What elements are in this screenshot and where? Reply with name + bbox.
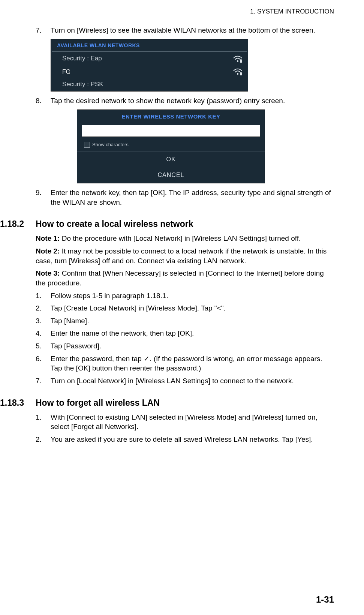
list-text: You are asked if you are sure to delete … (51, 435, 334, 444)
list-text: Turn on [Local Network] in [Wireless LAN… (51, 376, 334, 386)
list-item: 1.Follow steps 1-5 in paragraph 1.18.1. (36, 291, 334, 301)
wlan-network-label: FG (62, 68, 70, 76)
svg-rect-2 (241, 59, 242, 60)
list-text: Turn on [Wireless] to see the available … (51, 26, 334, 35)
list-text: Follow steps 1-5 in paragraph 1.18.1. (51, 291, 334, 301)
note: Note 3: Confirm that [When Necessary] is… (36, 268, 334, 288)
wlan-network-row: Security : PSK (51, 78, 248, 91)
list-item: 2.You are asked if you are sure to delet… (36, 435, 334, 444)
note-label: Note 3: (36, 269, 60, 277)
list-item: 9. Enter the network key, then tap [OK].… (36, 188, 334, 207)
section-number: 1.18.3 (0, 397, 36, 409)
note-label: Note 2: (36, 247, 60, 255)
list-text: Enter the password, then tap ✓. (If the … (51, 354, 334, 373)
list-item: 8. Tap the desired network to show the n… (36, 96, 334, 106)
list-number: 3. (36, 316, 51, 326)
wifi-lock-icon (233, 68, 243, 76)
wlan-panel-title: AVAILABLE WLAN NETWORKS (51, 39, 248, 52)
ok-button: OK (77, 151, 265, 167)
list-text: With [Connect to existing LAN] selected … (51, 412, 334, 432)
screenshot-enter-network-key: ENTER WIRELESS NETWORK KEY Show characte… (77, 110, 265, 183)
note-text: Do the procedure with [Local Network] in… (60, 234, 301, 242)
note-label: Note 1: (36, 234, 60, 242)
list-text: Enter the network key, then tap [OK]. Th… (51, 188, 334, 207)
wlan-network-row: Security : Eap (51, 52, 248, 65)
section-title: How to forget all wireless LAN (36, 397, 160, 409)
list-number: 1. (36, 291, 51, 301)
note-text: Confirm that [When Necessary] is selecte… (36, 269, 324, 287)
show-characters-checkbox (84, 142, 90, 148)
list-number: 2. (36, 303, 51, 313)
list-text: Tap [Name]. (51, 316, 334, 326)
list-item: 3.Tap [Name]. (36, 316, 334, 326)
cancel-button: CANCEL (77, 167, 265, 183)
list-item: 7.Turn on [Local Network] in [Wireless L… (36, 376, 334, 386)
list-number: 9. (36, 188, 51, 207)
section-heading: 1.18.2 How to create a local wireless ne… (0, 218, 334, 230)
list-number: 7. (36, 376, 51, 386)
show-characters-label: Show characters (92, 141, 129, 148)
dialog-title: ENTER WIRELESS NETWORK KEY (77, 110, 265, 123)
list-item: 6.Enter the password, then tap ✓. (If th… (36, 354, 334, 373)
note: Note 1: Do the procedure with [Local Net… (36, 234, 334, 243)
list-number: 1. (36, 412, 51, 432)
wlan-network-label: Security : Eap (62, 54, 102, 63)
section-heading: 1.18.3 How to forget all wireless LAN (0, 397, 334, 409)
page-header-chapter: 1. SYSTEM INTRODUCTION (36, 8, 334, 16)
show-characters-row: Show characters (77, 140, 265, 151)
list-item: 7. Turn on [Wireless] to see the availab… (36, 26, 334, 35)
list-number: 7. (36, 26, 51, 35)
list-item: 4.Enter the name of the network, then ta… (36, 328, 334, 338)
list-text: Tap [Password]. (51, 341, 334, 351)
list-item: 2.Tap [Create Local Network] in [Wireles… (36, 303, 334, 313)
section-number: 1.18.2 (0, 218, 36, 230)
note: Note 2: It may not be possible to connec… (36, 246, 334, 266)
list-number: 6. (36, 354, 51, 373)
wlan-network-row: FG (51, 65, 248, 78)
list-text: Enter the name of the network, then tap … (51, 328, 334, 338)
svg-point-3 (237, 73, 238, 75)
section-title: How to create a local wireless network (36, 218, 193, 230)
list-item: 1.With [Connect to existing LAN] selecte… (36, 412, 334, 432)
list-item: 5.Tap [Password]. (36, 341, 334, 351)
list-number: 2. (36, 435, 51, 444)
wifi-lock-icon (233, 55, 243, 63)
list-number: 5. (36, 341, 51, 351)
note-text: It may not be possible to connect to a l… (36, 247, 327, 265)
page-number: 1-31 (316, 594, 334, 606)
wlan-network-label: Security : PSK (62, 80, 103, 89)
list-text: Tap [Create Local Network] in [Wireless … (51, 303, 334, 313)
screenshot-available-wlan: AVAILABLE WLAN NETWORKS Security : Eap F… (51, 39, 248, 92)
list-number: 4. (36, 328, 51, 338)
document-page: 1. SYSTEM INTRODUCTION 7. Turn on [Wirel… (0, 0, 364, 615)
network-key-input (82, 125, 260, 137)
svg-rect-5 (241, 72, 242, 74)
svg-point-0 (237, 60, 238, 62)
list-number: 8. (36, 96, 51, 106)
list-text: Tap the desired network to show the netw… (51, 96, 334, 106)
